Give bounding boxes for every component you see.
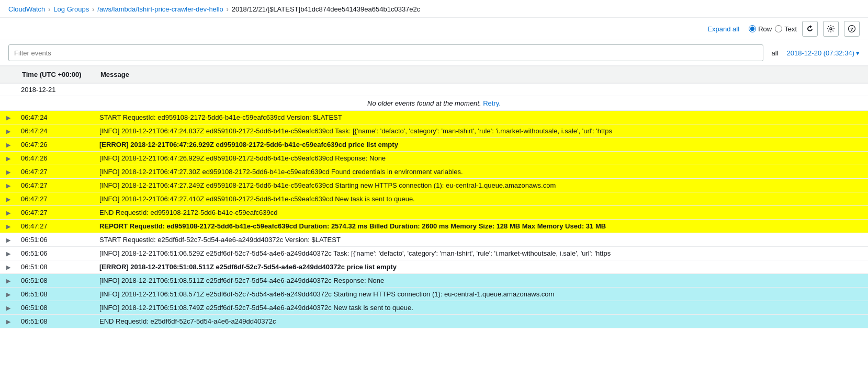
- filter-bar: all 2018-12-20 (07:32:34) ▾: [0, 40, 868, 66]
- row-time: 06:51:08: [17, 315, 95, 328]
- row-message: [ERROR] 2018-12-21T06:47:26.929Z ed95910…: [95, 138, 868, 152]
- breadcrumb-log-groups[interactable]: Log Groups: [53, 5, 89, 13]
- table-row: ▶ 06:47:26 [ERROR] 2018-12-21T06:47:26.9…: [0, 138, 868, 152]
- row-time: 06:51:08: [17, 260, 95, 274]
- help-button[interactable]: ?: [844, 21, 860, 37]
- expand-icon[interactable]: ▶: [4, 181, 13, 190]
- no-events-row: No older events found at the moment. Ret…: [0, 96, 868, 111]
- row-expand-arrow[interactable]: ▶: [0, 111, 17, 124]
- row-time: 06:47:27: [17, 206, 95, 220]
- row-time: 06:47:27: [17, 220, 95, 233]
- breadcrumb: CloudWatch › Log Groups › /aws/lambda/ts…: [0, 0, 868, 18]
- row-expand-arrow[interactable]: ▶: [0, 152, 17, 165]
- refresh-icon: [806, 25, 814, 32]
- date-separator-value: 2018-12-21: [17, 83, 95, 96]
- row-radio-input[interactable]: [749, 25, 756, 32]
- table-row: ▶ 06:51:08 [ERROR] 2018-12-21T06:51:08.5…: [0, 260, 868, 274]
- expand-icon[interactable]: ▶: [4, 141, 13, 149]
- row-expand-arrow[interactable]: ▶: [0, 124, 17, 138]
- breadcrumb-lambda-path[interactable]: /aws/lambda/tshirt-price-crawler-dev-hel…: [97, 5, 223, 13]
- expand-icon[interactable]: ▶: [4, 154, 13, 163]
- row-radio-label[interactable]: Row: [749, 25, 772, 33]
- row-message: [INFO] 2018-12-21T06:47:27.30Z ed959108-…: [95, 165, 868, 179]
- row-message: [INFO] 2018-12-21T06:51:08.749Z e25df6df…: [95, 301, 868, 315]
- table-row: ▶ 06:51:08 [INFO] 2018-12-21T06:51:08.51…: [0, 274, 868, 288]
- log-table-container: Time (UTC +00:00) Message 2018-12-21No o…: [0, 66, 868, 365]
- expand-icon[interactable]: ▶: [4, 127, 13, 135]
- row-message: REPORT RequestId: ed959108-2172-5dd6-b41…: [95, 220, 868, 233]
- date-separator-row: 2018-12-21: [0, 83, 868, 96]
- row-expand-arrow[interactable]: ▶: [0, 233, 17, 247]
- row-expand-arrow[interactable]: ▶: [0, 301, 17, 315]
- table-row: ▶ 06:51:08 END RequestId: e25df6df-52c7-…: [0, 315, 868, 328]
- table-row: ▶ 06:47:24 START RequestId: ed959108-217…: [0, 111, 868, 124]
- row-expand-arrow[interactable]: ▶: [0, 179, 17, 192]
- row-message: END RequestId: e25df6df-52c7-5d54-a4e6-a…: [95, 315, 868, 328]
- help-icon: ?: [848, 25, 855, 32]
- filter-qualifier: all: [768, 49, 783, 57]
- svg-point-0: [830, 28, 832, 30]
- breadcrumb-sep-3: ›: [227, 6, 229, 13]
- row-expand-arrow[interactable]: ▶: [0, 288, 17, 301]
- settings-button[interactable]: [823, 21, 839, 37]
- row-expand-arrow[interactable]: ▶: [0, 206, 17, 220]
- row-message: [INFO] 2018-12-21T06:47:26.929Z ed959108…: [95, 152, 868, 165]
- expand-icon[interactable]: ▶: [4, 277, 13, 285]
- expand-icon[interactable]: ▶: [4, 317, 13, 326]
- breadcrumb-sep-1: ›: [48, 6, 50, 13]
- row-time: 06:51:06: [17, 233, 95, 247]
- table-row: ▶ 06:47:24 [INFO] 2018-12-21T06:47:24.83…: [0, 124, 868, 138]
- expand-icon[interactable]: ▶: [4, 290, 13, 299]
- expand-icon[interactable]: ▶: [4, 209, 13, 217]
- expand-icon[interactable]: ▶: [4, 304, 13, 312]
- table-row: ▶ 06:47:27 END RequestId: ed959108-2172-…: [0, 206, 868, 220]
- row-expand-arrow[interactable]: ▶: [0, 192, 17, 206]
- row-time: 06:51:06: [17, 247, 95, 260]
- text-radio-input[interactable]: [775, 25, 782, 32]
- row-time: 06:51:08: [17, 274, 95, 288]
- breadcrumb-cloudwatch[interactable]: CloudWatch: [8, 5, 45, 13]
- expand-all-button[interactable]: Expand all: [703, 23, 743, 35]
- row-expand-arrow[interactable]: ▶: [0, 260, 17, 274]
- row-expand-arrow[interactable]: ▶: [0, 247, 17, 260]
- filter-input[interactable]: [8, 44, 763, 61]
- row-time: 06:51:08: [17, 288, 95, 301]
- row-expand-arrow[interactable]: ▶: [0, 315, 17, 328]
- row-expand-arrow[interactable]: ▶: [0, 165, 17, 179]
- row-expand-arrow[interactable]: ▶: [0, 138, 17, 152]
- expand-icon[interactable]: ▶: [4, 222, 13, 231]
- col-header-expand: [0, 66, 17, 84]
- filter-date-label: 2018-12-20 (07:32:34): [787, 49, 854, 57]
- expand-icon[interactable]: ▶: [4, 236, 13, 244]
- row-message: [INFO] 2018-12-21T06:51:08.511Z e25df6df…: [95, 274, 868, 288]
- row-time: 06:47:26: [17, 152, 95, 165]
- row-message: [INFO] 2018-12-21T06:47:27.410Z ed959108…: [95, 192, 868, 206]
- log-table: Time (UTC +00:00) Message 2018-12-21No o…: [0, 66, 868, 328]
- toolbar: Expand all Row Text ?: [0, 18, 868, 40]
- filter-date-picker[interactable]: 2018-12-20 (07:32:34) ▾: [787, 49, 860, 57]
- col-header-time: Time (UTC +00:00): [17, 66, 95, 84]
- row-message: START RequestId: e25df6df-52c7-5d54-a4e6…: [95, 233, 868, 247]
- row-message: START RequestId: ed959108-2172-5dd6-b41e…: [95, 111, 868, 124]
- row-time: 06:47:24: [17, 124, 95, 138]
- expand-icon[interactable]: ▶: [4, 195, 13, 203]
- expand-icon[interactable]: ▶: [4, 249, 13, 258]
- table-row: ▶ 06:51:08 [INFO] 2018-12-21T06:51:08.57…: [0, 288, 868, 301]
- row-message: [INFO] 2018-12-21T06:51:06.529Z e25df6df…: [95, 247, 868, 260]
- expand-icon[interactable]: ▶: [4, 113, 13, 122]
- text-label: Text: [784, 25, 797, 33]
- row-message: END RequestId: ed959108-2172-5dd6-b41e-c…: [95, 206, 868, 220]
- table-header-row: Time (UTC +00:00) Message: [0, 66, 868, 84]
- row-message: [INFO] 2018-12-21T06:47:24.837Z ed959108…: [95, 124, 868, 138]
- refresh-button[interactable]: [802, 21, 818, 37]
- table-row: ▶ 06:51:08 [INFO] 2018-12-21T06:51:08.74…: [0, 301, 868, 315]
- retry-link[interactable]: Retry.: [483, 99, 501, 107]
- table-row: ▶ 06:47:27 [INFO] 2018-12-21T06:47:27.24…: [0, 179, 868, 192]
- expand-icon[interactable]: ▶: [4, 263, 13, 271]
- text-radio-label[interactable]: Text: [775, 25, 797, 33]
- row-expand-arrow[interactable]: ▶: [0, 274, 17, 288]
- gear-icon: [827, 25, 835, 32]
- table-row: ▶ 06:47:27 [INFO] 2018-12-21T06:47:27.41…: [0, 192, 868, 206]
- expand-icon[interactable]: ▶: [4, 168, 13, 176]
- row-expand-arrow[interactable]: ▶: [0, 220, 17, 233]
